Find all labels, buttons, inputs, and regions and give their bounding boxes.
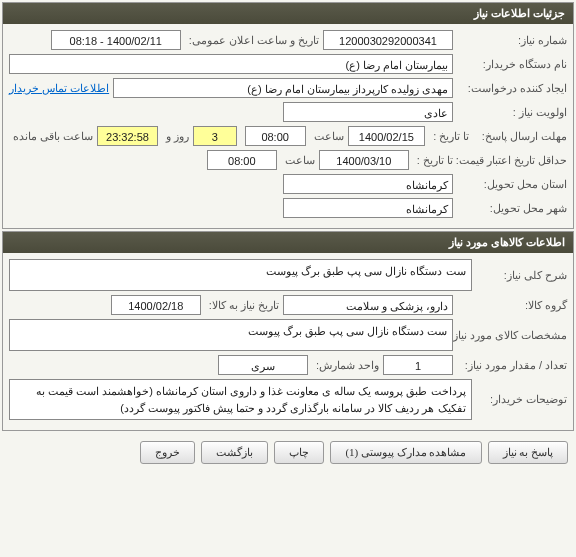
validity-time-label: ساعت [281, 154, 315, 167]
panel2-body: شرح کلی نیاز: ست دستگاه نازال سی پپ طبق … [3, 253, 573, 430]
need-number-value: 1200030292000341 [323, 30, 453, 50]
back-button[interactable]: بازگشت [201, 441, 268, 464]
requester-value: مهدی زولیده کارپرداز بیمارستان امام رضا … [113, 78, 453, 98]
days-label: روز و [162, 130, 189, 143]
countdown-value: 23:32:58 [97, 126, 158, 146]
need-number-label: شماره نیاز: [457, 34, 567, 47]
deadline-time-label: ساعت [310, 130, 344, 143]
qty-label: تعداد / مقدار مورد نیاز: [457, 359, 567, 372]
buyer-org-label: نام دستگاه خریدار: [457, 58, 567, 71]
buyer-contact-link[interactable]: اطلاعات تماس خریدار [9, 82, 109, 95]
province-value: کرمانشاه [283, 174, 453, 194]
validity-to-date-label: تا تاریخ : [413, 154, 453, 167]
print-button[interactable]: چاپ [274, 441, 324, 464]
public-date-value: 1400/02/11 - 08:18 [51, 30, 181, 50]
attachments-button[interactable]: مشاهده مدارک پیوستی (1) [330, 441, 481, 464]
deadline-date-value: 1400/02/15 [348, 126, 426, 146]
requester-label: ایجاد کننده درخواست: [457, 82, 567, 95]
button-bar: پاسخ به نیاز مشاهده مدارک پیوستی (1) چاپ… [0, 433, 576, 472]
desc-label: شرح کلی نیاز: [476, 269, 567, 282]
priority-value: عادی [283, 102, 453, 122]
validity-label: حداقل تاریخ اعتبار قیمت: [457, 154, 567, 167]
spec-label: مشخصات کالای مورد نیاز: [457, 329, 567, 342]
need-date-label: تاریخ نیاز به کالا: [205, 299, 279, 312]
qty-value: 1 [383, 355, 453, 375]
desc-value: ست دستگاه نازال سی پپ طبق برگ پیوست [9, 259, 472, 291]
unit-label: واحد شمارش: [312, 359, 379, 372]
city-value: کرمانشاه [283, 198, 453, 218]
panel1-title: جزئیات اطلاعات نیاز [3, 3, 573, 24]
public-date-label: تاریخ و ساعت اعلان عمومی: [185, 34, 319, 47]
deadline-time-value: 08:00 [245, 126, 306, 146]
city-label: شهر محل تحویل: [457, 202, 567, 215]
goods-info-panel: اطلاعات کالاهای مورد نیاز شرح کلی نیاز: … [2, 231, 574, 431]
province-label: استان محل تحویل: [457, 178, 567, 191]
buyer-org-value: بیمارستان امام رضا (ع) [9, 54, 453, 74]
buyer-notes-value: پرداخت طبق پروسه یک ساله ی معاونت غذا و … [9, 379, 472, 420]
panel2-title: اطلاعات کالاهای مورد نیاز [3, 232, 573, 253]
priority-label: اولویت نیاز : [457, 106, 567, 119]
unit-value: سری [218, 355, 308, 375]
spec-value: ست دستگاه نازال سی پپ طبق برگ پیوست [9, 319, 453, 351]
panel1-body: شماره نیاز: 1200030292000341 تاریخ و ساع… [3, 24, 573, 228]
buyer-notes-label: توضیحات خریدار: [476, 393, 567, 406]
exit-button[interactable]: خروج [140, 441, 195, 464]
to-date-label: تا تاریخ : [429, 130, 469, 143]
days-remaining-value: 3 [193, 126, 237, 146]
need-details-panel: جزئیات اطلاعات نیاز شماره نیاز: 12000302… [2, 2, 574, 229]
validity-date-value: 1400/03/10 [319, 150, 409, 170]
group-value: دارو، پزشکی و سلامت [283, 295, 453, 315]
deadline-label: مهلت ارسال پاسخ: [473, 130, 567, 143]
validity-time-value: 08:00 [207, 150, 277, 170]
need-date-value: 1400/02/18 [111, 295, 201, 315]
reply-button[interactable]: پاسخ به نیاز [488, 441, 569, 464]
group-label: گروه کالا: [457, 299, 567, 312]
remaining-label: ساعت باقی مانده [9, 130, 93, 143]
